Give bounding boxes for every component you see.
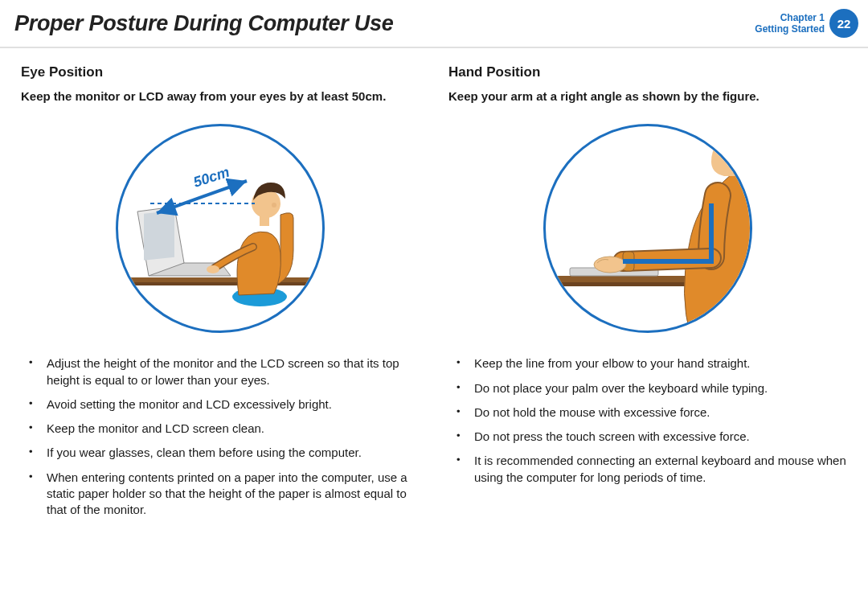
svg-rect-13 — [546, 282, 706, 286]
list-item: Keep the line from your elbow to your ha… — [453, 355, 847, 372]
list-item: When entering contents printed on a pape… — [26, 470, 420, 519]
svg-rect-0 — [126, 277, 319, 282]
page-header: Proper Posture During Computer Use Chapt… — [0, 0, 868, 48]
svg-rect-12 — [546, 276, 706, 282]
list-item: It is recommended connecting an external… — [453, 453, 847, 486]
page-number-badge: 22 — [829, 9, 858, 38]
chapter-line1: Chapter 1 — [755, 12, 825, 23]
svg-point-16 — [594, 257, 626, 273]
eye-tips-list: Adjust the height of the monitor and the… — [21, 355, 420, 518]
chapter-line2: Getting Started — [755, 23, 825, 35]
list-item: Do not place your palm over the keyboard… — [453, 380, 847, 396]
svg-rect-4 — [144, 211, 174, 261]
hand-illustration — [543, 124, 752, 333]
list-item: If you wear glasses, clean them before u… — [26, 445, 420, 461]
list-item: Do not hold the mouse with excessive for… — [453, 405, 847, 421]
hand-tips-list: Keep the line from your elbow to your ha… — [448, 355, 847, 486]
chapter-label: Chapter 1 Getting Started — [755, 12, 825, 35]
hand-illustration-wrap — [448, 124, 847, 333]
hand-subheading: Keep your arm at a right angle as shown … — [448, 88, 847, 105]
page-title: Proper Posture During Computer Use — [14, 11, 393, 36]
list-item: Do not press the touch screen with exces… — [453, 429, 847, 445]
distance-label: 50cm — [191, 164, 231, 191]
list-item: Adjust the height of the monitor and the… — [26, 355, 420, 388]
eye-heading: Eye Position — [21, 64, 420, 80]
eye-illustration-wrap: 50cm — [21, 124, 420, 333]
svg-point-6 — [207, 265, 219, 273]
col-hand-position: Hand Position Keep your arm at a right a… — [448, 64, 847, 526]
col-eye-position: Eye Position Keep the monitor or LCD awa… — [21, 64, 420, 526]
svg-point-9 — [272, 203, 276, 207]
list-item: Avoid setting the monitor and LCD excess… — [26, 396, 420, 413]
list-item: Keep the monitor and LCD screen clean. — [26, 421, 420, 437]
eye-subheading: Keep the monitor or LCD away from your e… — [21, 88, 420, 105]
content-body: Eye Position Keep the monitor or LCD awa… — [0, 48, 868, 526]
hand-heading: Hand Position — [448, 64, 847, 80]
svg-rect-1 — [126, 282, 319, 285]
eye-illustration: 50cm — [116, 124, 325, 333]
chapter-block: Chapter 1 Getting Started 22 — [755, 0, 868, 47]
